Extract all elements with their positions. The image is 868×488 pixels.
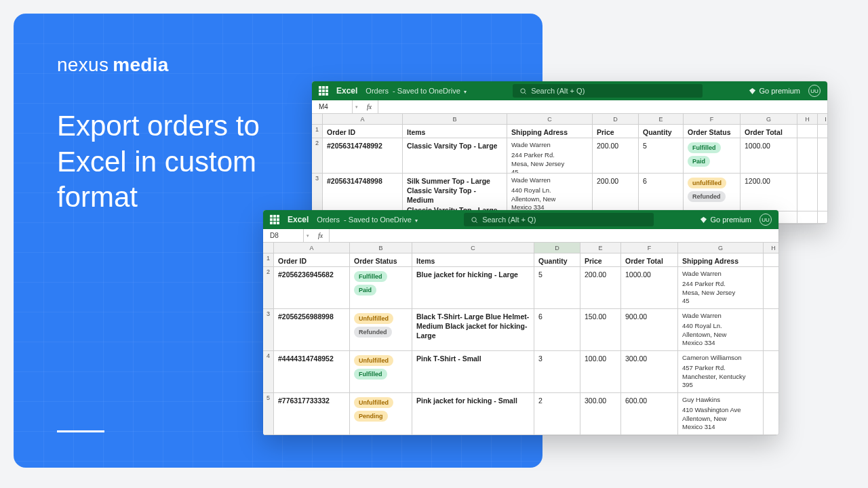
dropdown-icon[interactable]: ▾	[304, 233, 312, 239]
status-pill: Unfulfilled	[354, 355, 393, 366]
cell-header[interactable]: Price	[580, 253, 621, 266]
column-header[interactable]: C	[412, 243, 534, 253]
formula-bar[interactable]: D8 ▾ fx	[263, 229, 778, 243]
cell-reference[interactable]: D8	[263, 229, 304, 242]
cell-header[interactable]: Items	[412, 253, 534, 266]
dropdown-icon[interactable]: ▾	[353, 104, 361, 110]
cell-order-id[interactable]: #2056314748998	[323, 174, 403, 211]
cell-price[interactable]: 150.00	[580, 309, 621, 350]
doc-name[interactable]: Orders - Saved to OneDrive ▾	[366, 87, 466, 95]
cell-shipping[interactable]: Cameron Williamson457 Parker Rd.Manchest…	[678, 351, 764, 392]
cell-header[interactable]: Shipping Adress	[678, 253, 764, 266]
cell-items[interactable]: Pink T-Shirt - Small	[412, 351, 534, 392]
cell-header[interactable]: Quantity	[534, 253, 580, 266]
cell-header[interactable]: Order ID	[274, 253, 350, 266]
cell-header[interactable]: Items	[403, 125, 507, 138]
chevron-down-icon: ▾	[464, 89, 467, 95]
cell-price[interactable]: 300.00	[580, 393, 621, 434]
cell-header[interactable]	[764, 253, 778, 266]
waffle-icon[interactable]	[319, 86, 328, 96]
cell-status[interactable]: UnfulfilledFulfilled	[350, 351, 412, 392]
cell-status[interactable]: UnfulfilledRefunded	[350, 309, 412, 350]
cell-price[interactable]: 200.00	[593, 138, 639, 173]
cell-quantity[interactable]: 3	[534, 351, 580, 392]
fx-icon[interactable]: fx	[312, 229, 330, 242]
cell-header[interactable]: Order Total	[741, 125, 797, 138]
column-header[interactable]: B	[350, 243, 412, 253]
select-all-corner[interactable]	[263, 243, 274, 253]
cell-quantity[interactable]: 2	[534, 393, 580, 434]
column-header[interactable]: H	[764, 243, 778, 253]
cell-shipping[interactable]: Wade Warren440 Royal Ln.Allentown, NewMe…	[507, 174, 593, 211]
column-header[interactable]: F	[684, 114, 741, 125]
column-header[interactable]: F	[621, 243, 678, 253]
cell-status[interactable]: FulfilledPaid	[350, 267, 412, 308]
cell-order-id[interactable]: #4444314748952	[274, 351, 350, 392]
cell-header[interactable]: Order ID	[323, 125, 403, 138]
cell-order-id[interactable]: #776317733332	[274, 393, 350, 434]
column-header[interactable]: G	[741, 114, 797, 125]
fx-icon[interactable]: fx	[361, 100, 378, 113]
cell-total[interactable]: 1000.00	[621, 267, 678, 308]
cell-header[interactable]: Order Status	[684, 125, 741, 138]
select-all-corner[interactable]	[312, 114, 323, 125]
go-premium-button[interactable]: Go premium	[700, 216, 751, 224]
column-header[interactable]: B	[403, 114, 507, 125]
cell-items[interactable]: Pink jacket for hicking - Small	[412, 393, 534, 434]
cell-order-id[interactable]: #2056236945682	[274, 267, 350, 308]
search-input[interactable]: Search (Alt + Q)	[464, 213, 654, 226]
cell-header[interactable]	[797, 125, 818, 138]
doc-name[interactable]: Orders - Saved to OneDrive ▾	[317, 216, 417, 224]
cell-total[interactable]: 900.00	[621, 309, 678, 350]
cell-items[interactable]: Silk Summer Top - LargeClassic Varsity T…	[403, 174, 507, 211]
go-premium-button[interactable]: Go premium	[749, 87, 800, 95]
cell-header[interactable]	[818, 125, 827, 138]
avatar[interactable]: UU	[808, 85, 821, 97]
cell-shipping[interactable]: Wade Warren244 Parker Rd.Mesa, New Jerse…	[678, 267, 764, 308]
divider	[57, 430, 104, 432]
cell-quantity[interactable]: 6	[534, 309, 580, 350]
column-header[interactable]: I	[818, 114, 827, 125]
cell-status[interactable]: unfulfilledRefunded	[684, 174, 741, 211]
cell-price[interactable]: 200.00	[580, 267, 621, 308]
cell-price[interactable]: 200.00	[593, 174, 639, 211]
cell-items[interactable]: Classic Varsity Top - Large	[403, 138, 507, 173]
avatar[interactable]: UU	[760, 214, 772, 226]
column-header[interactable]: C	[507, 114, 593, 125]
column-header[interactable]: D	[534, 243, 580, 253]
cell-header[interactable]: Price	[593, 125, 639, 138]
cell-total[interactable]: 1000.00	[741, 138, 797, 173]
cell-items[interactable]: Black T-Shirt- Large Blue Helmet- Medium…	[412, 309, 534, 350]
cell-reference[interactable]: M4	[312, 100, 353, 113]
cell-price[interactable]: 100.00	[580, 351, 621, 392]
cell-header[interactable]: Shipping Adress	[507, 125, 593, 138]
cell-shipping[interactable]: Wade Warren440 Royal Ln.Allentown, NewMe…	[678, 309, 764, 350]
cell-quantity[interactable]: 5	[534, 267, 580, 308]
column-header[interactable]: D	[593, 114, 639, 125]
column-header[interactable]: E	[580, 243, 621, 253]
column-headers: ABCDEFGHI	[323, 114, 827, 125]
cell-order-id[interactable]: #2056314748992	[323, 138, 403, 173]
cell-total[interactable]: 1200.00	[741, 174, 797, 211]
cell-order-id[interactable]: #2056256988998	[274, 309, 350, 350]
cell-total[interactable]: 600.00	[621, 393, 678, 434]
cell-shipping[interactable]: Wade Warren244 Parker Rd.Mesa, New Jerse…	[507, 138, 593, 173]
cell-items[interactable]: Blue jacket for hicking - Large	[412, 267, 534, 308]
cell-quantity[interactable]: 6	[639, 174, 684, 211]
waffle-icon[interactable]	[270, 215, 279, 224]
search-input[interactable]: Search (Alt + Q)	[513, 84, 703, 98]
cell-status[interactable]: FulfilledPaid	[684, 138, 741, 173]
cell-quantity[interactable]: 5	[639, 138, 684, 173]
cell-header[interactable]: Quantity	[639, 125, 684, 138]
column-header[interactable]: H	[797, 114, 818, 125]
cell-header[interactable]: Order Total	[621, 253, 678, 266]
column-header[interactable]: E	[639, 114, 684, 125]
column-header[interactable]: A	[274, 243, 350, 253]
cell-shipping[interactable]: Guy Hawkins410 Washington AveAllentown, …	[678, 393, 764, 434]
cell-header[interactable]: Order Status	[350, 253, 412, 266]
column-header[interactable]: A	[323, 114, 403, 125]
formula-bar[interactable]: M4 ▾ fx	[312, 100, 827, 114]
cell-status[interactable]: UnfulfilledPending	[350, 393, 412, 434]
cell-total[interactable]: 300.00	[621, 351, 678, 392]
column-header[interactable]: G	[678, 243, 764, 253]
